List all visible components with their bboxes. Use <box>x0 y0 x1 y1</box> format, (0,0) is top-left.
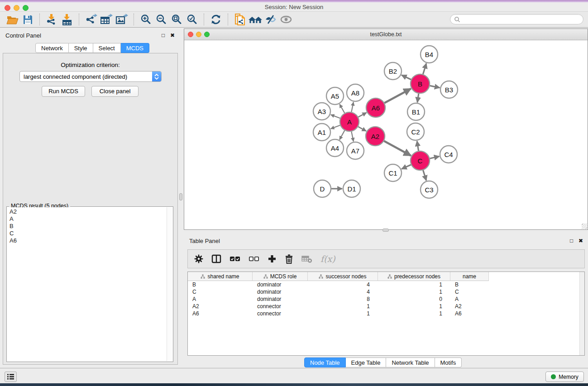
column-header-name[interactable]: name <box>450 272 489 281</box>
close-panel-button[interactable]: Close panel <box>91 86 139 97</box>
table-cell[interactable]: connector <box>253 303 308 310</box>
show-selected-icon[interactable] <box>278 13 294 26</box>
mcds-result-scrollbar[interactable] <box>167 207 172 361</box>
table-row[interactable]: Adominator80A <box>188 295 584 303</box>
table-cell[interactable]: A6 <box>450 310 489 317</box>
tab-network[interactable]: Network <box>35 43 69 53</box>
tab-edge-table[interactable]: Edge Table <box>346 357 387 367</box>
graph-edge-B-B1[interactable] <box>417 94 419 102</box>
table-cell[interactable]: 1 <box>378 310 450 317</box>
network-window-titlebar[interactable]: testGlobe.txt <box>184 29 588 40</box>
graph-edge-A2-C[interactable] <box>384 141 411 156</box>
table-cell[interactable]: 8 <box>308 295 378 303</box>
graph-edge-A-A8[interactable] <box>351 102 353 112</box>
table-cell[interactable]: 4 <box>308 288 378 295</box>
import-table-icon[interactable] <box>59 13 75 26</box>
control-panel-float-icon[interactable]: □ <box>162 32 165 38</box>
graph-edge-A6-B[interactable] <box>384 89 411 103</box>
graph-edge-C-C2[interactable] <box>417 141 418 151</box>
table-cell[interactable]: A2 <box>450 303 489 310</box>
task-history-button[interactable] <box>5 372 17 382</box>
mcds-result-item[interactable]: C <box>10 230 167 237</box>
table-cell[interactable]: A2 <box>188 303 253 310</box>
column-header-MCDS-role[interactable]: MCDS role <box>253 272 308 281</box>
table-cell[interactable]: dominator <box>253 295 308 303</box>
save-session-icon[interactable] <box>20 13 35 26</box>
control-panel-close-icon[interactable]: ✖ <box>170 32 175 38</box>
graph-edge-B-B2[interactable] <box>402 75 411 80</box>
optimization-criterion-dropdown[interactable]: largest connected component (directed) <box>19 71 162 82</box>
export-table-icon[interactable] <box>99 13 114 26</box>
mcds-result-item[interactable]: A2 <box>10 208 167 215</box>
table-cell[interactable]: 4 <box>308 281 378 288</box>
window-resize-handle[interactable] <box>582 224 587 229</box>
add-column-icon[interactable] <box>268 254 277 263</box>
graph-edge-C-C1[interactable] <box>402 165 411 169</box>
zoom-out-icon[interactable] <box>153 13 169 26</box>
table-scrollbar[interactable] <box>579 272 584 355</box>
graph-edge-A-A1[interactable] <box>331 125 340 129</box>
export-network-icon[interactable] <box>83 13 99 26</box>
graph-edge-B-B4[interactable] <box>423 63 426 74</box>
table-cell[interactable]: 1 <box>378 281 450 288</box>
refresh-icon[interactable] <box>208 13 224 26</box>
select-all-checkboxes-icon[interactable] <box>229 256 240 262</box>
import-network-icon[interactable] <box>44 13 59 26</box>
mcds-result-item[interactable]: A6 <box>10 237 167 244</box>
column-header-successor-nodes[interactable]: successor nodes <box>308 272 378 281</box>
table-cell[interactable]: 0 <box>378 295 450 303</box>
mcds-result-item[interactable]: A <box>10 215 167 223</box>
table-row[interactable]: Bdominator41B <box>188 281 584 288</box>
graph-edge-A-A2[interactable] <box>358 127 366 131</box>
graph-edge-A-A3[interactable] <box>331 114 340 118</box>
tab-style[interactable]: Style <box>69 43 93 53</box>
table-panel-float-icon[interactable]: □ <box>570 238 573 244</box>
table-cell[interactable]: 1 <box>308 310 378 317</box>
zoom-in-icon[interactable] <box>138 13 153 26</box>
hide-selected-icon[interactable] <box>263 13 278 26</box>
table-cell[interactable]: 1 <box>308 303 378 310</box>
table-cell[interactable]: 1 <box>378 303 450 310</box>
panel-divider-grip[interactable] <box>382 229 389 232</box>
tab-select[interactable]: Select <box>93 43 121 53</box>
tab-motifs[interactable]: Motifs <box>435 357 462 367</box>
column-header-predecessor-nodes[interactable]: predecessor nodes <box>378 272 450 281</box>
graph-edge-A-A5[interactable] <box>339 104 344 113</box>
dropdown-stepper-icon[interactable] <box>152 71 161 81</box>
table-row[interactable]: A6connector11A6 <box>188 310 584 317</box>
table-cell[interactable]: A <box>450 295 489 303</box>
graph-edge-B-B3[interactable] <box>430 86 440 87</box>
table-cell[interactable]: A6 <box>188 310 253 317</box>
table-cell[interactable]: dominator <box>253 288 308 295</box>
table-cell[interactable]: connector <box>253 310 308 317</box>
tab-mcds[interactable]: MCDS <box>121 43 149 53</box>
delete-column-icon[interactable] <box>285 254 293 264</box>
network-canvas[interactable]: B4B2BB3A5A8A6A3B1AA1C2A2A4A7C4CC1C3DD1 <box>184 40 588 229</box>
mcds-result-item[interactable]: B <box>10 223 167 230</box>
panel-divider-grip[interactable] <box>179 193 182 200</box>
table-cell[interactable]: B <box>188 281 253 288</box>
export-image-icon[interactable] <box>114 13 129 26</box>
graph-edge-C-C3[interactable] <box>423 170 426 181</box>
search-input[interactable] <box>460 15 583 24</box>
search-field[interactable] <box>450 14 583 24</box>
table-cell[interactable]: B <box>450 281 489 288</box>
table-cell[interactable]: 1 <box>378 288 450 295</box>
table-row[interactable]: A2connector11A2 <box>188 303 584 310</box>
table-cell[interactable]: C <box>450 288 489 295</box>
graph-edge-A-A4[interactable] <box>339 130 344 139</box>
table-cell[interactable]: A <box>188 295 253 303</box>
tab-network-table[interactable]: Network Table <box>386 357 435 367</box>
graph-edge-A-A7[interactable] <box>351 132 353 142</box>
tab-node-table[interactable]: Node Table <box>304 357 346 367</box>
settings-gear-icon[interactable] <box>194 254 203 263</box>
home-icon[interactable] <box>248 13 263 26</box>
table-panel-close-icon[interactable]: ✖ <box>578 238 583 244</box>
table-row[interactable]: Cdominator41C <box>188 288 584 295</box>
column-header-shared-name[interactable]: shared name <box>188 272 253 281</box>
network-document-icon[interactable] <box>232 13 248 26</box>
deselect-all-checkboxes-icon[interactable] <box>249 256 259 262</box>
run-mcds-button[interactable]: Run MCDS <box>42 86 85 97</box>
open-session-icon[interactable] <box>5 13 20 26</box>
zoom-selected-icon[interactable] <box>184 13 200 26</box>
